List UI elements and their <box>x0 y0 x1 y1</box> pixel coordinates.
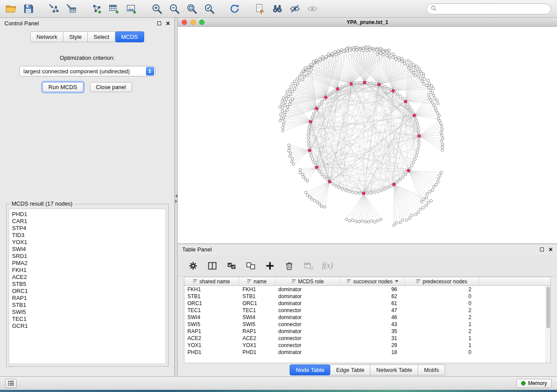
close-window-icon[interactable] <box>182 20 187 25</box>
mcds-result-item[interactable]: CAR1 <box>12 218 166 225</box>
search-network-icon[interactable] <box>271 2 285 15</box>
new-network-icon[interactable] <box>90 2 104 15</box>
table-row[interactable]: ORC1ORC1dominator610 <box>184 300 550 307</box>
select-all-icon[interactable] <box>226 260 238 272</box>
optimization-select[interactable]: largest connected component (undirected) <box>19 66 156 76</box>
mcds-result-item[interactable]: PMA2 <box>12 260 166 267</box>
mcds-result-item[interactable]: SWI5 <box>12 309 166 316</box>
table-row[interactable]: TEC1TEC1connector472 <box>184 307 550 314</box>
tab-select[interactable]: Select <box>88 31 115 42</box>
mcds-result-item[interactable]: PHD1 <box>12 211 166 218</box>
table-row[interactable]: RAP1RAP1dominator352 <box>184 328 550 335</box>
column-header-shared-name[interactable]: shared name <box>184 277 239 285</box>
mcds-result-item[interactable]: YOX1 <box>12 239 166 246</box>
table-scrollbar[interactable] <box>546 286 550 363</box>
column-header-predecessor-nodes[interactable]: predecessor nodes <box>405 277 479 285</box>
cell: RAP1 <box>239 328 275 334</box>
float-window-icon[interactable] <box>157 21 161 25</box>
minimize-window-icon[interactable] <box>190 20 196 25</box>
table-tab-edge-table[interactable]: Edge Table <box>330 364 370 375</box>
close-panel-button[interactable]: Close panel <box>90 82 132 92</box>
zoom-selected-icon[interactable] <box>203 2 217 15</box>
column-header-successor-nodes[interactable]: successor nodes <box>341 277 405 285</box>
export-image-icon[interactable] <box>125 2 139 15</box>
table-row[interactable]: YOX1YOX1connector291 <box>184 342 550 349</box>
cell: 47 <box>341 307 405 313</box>
cell: SWI4 <box>184 314 239 320</box>
scrollbar-thumb[interactable] <box>547 287 550 328</box>
delete-rows-icon[interactable] <box>284 260 295 272</box>
import-network-icon[interactable] <box>47 2 61 15</box>
cell: ORC1 <box>239 300 275 306</box>
add-row-icon[interactable] <box>264 260 276 272</box>
network-canvas[interactable] <box>178 27 557 244</box>
network-window-titlebar[interactable]: YPA_prune.txt_1 <box>178 18 557 27</box>
cell: PHD1 <box>239 349 275 355</box>
cell: SWI5 <box>239 321 275 327</box>
save-session-icon[interactable] <box>22 2 36 15</box>
close-table-panel-icon[interactable]: × <box>549 248 553 252</box>
run-mcds-button[interactable]: Run MCDS <box>42 82 83 92</box>
mcds-result-item[interactable]: FKH1 <box>12 267 166 274</box>
status-menu-icon[interactable] <box>5 379 17 388</box>
column-type-icon <box>347 279 351 283</box>
mcds-result-item[interactable]: STB1 <box>12 302 166 309</box>
memory-button[interactable]: Memory <box>516 379 552 388</box>
table-row[interactable]: PHD1PHD1dominator180 <box>184 349 550 356</box>
mcds-result-item[interactable]: STB5 <box>12 281 166 288</box>
splitter-expand-icon[interactable] <box>175 199 177 203</box>
tab-style[interactable]: Style <box>63 31 88 42</box>
level-of-detail-icon[interactable] <box>288 2 302 15</box>
zoom-out-icon[interactable] <box>168 2 182 15</box>
column-settings-icon[interactable] <box>187 260 199 272</box>
cell: SWI5 <box>184 321 239 327</box>
search-input[interactable] <box>439 6 547 12</box>
split-view-icon[interactable] <box>207 260 218 272</box>
table-row[interactable]: SWI5SWI5connector431 <box>184 321 550 328</box>
search-field[interactable] <box>426 3 551 14</box>
cell: connector <box>275 307 341 313</box>
deselect-all-icon[interactable] <box>245 260 257 272</box>
mcds-result-list[interactable]: PHD1CAR1STP4TID3YOX1SWI4SRD1PMA2FKH1ACE2… <box>9 209 166 364</box>
table-row[interactable]: ACE2ACE2connector311 <box>184 335 550 342</box>
cell: FKH1 <box>239 286 275 292</box>
cell: STB1 <box>239 293 275 299</box>
close-panel-icon[interactable]: × <box>166 21 170 26</box>
table-row[interactable]: FKH1FKH1dominator962 <box>184 286 550 293</box>
zoom-in-icon[interactable] <box>150 2 164 15</box>
maximize-window-icon[interactable] <box>199 20 204 25</box>
tab-network[interactable]: Network <box>30 31 63 42</box>
new-table-icon[interactable] <box>107 2 121 15</box>
table-tab-node-table[interactable]: Node Table <box>290 364 331 375</box>
mcds-result-group: MCDS result (17 nodes) PHD1CAR1STP4TID3Y… <box>6 204 169 367</box>
window-controls <box>182 20 204 25</box>
splitter-collapse-icon[interactable] <box>175 194 177 198</box>
cell: 0 <box>405 293 479 299</box>
mcds-result-item[interactable]: STP4 <box>12 225 166 232</box>
mcds-result-item[interactable]: TEC1 <box>12 316 166 323</box>
table-tab-motifs[interactable]: Motifs <box>418 364 445 375</box>
table-row[interactable]: SWI4SWI4dominator462 <box>184 314 550 321</box>
mcds-result-item[interactable]: GCR1 <box>12 323 166 330</box>
mcds-result-item[interactable]: RAP1 <box>12 295 166 302</box>
table-tab-network-table[interactable]: Network Table <box>370 364 418 375</box>
table-row[interactable]: STB1STB1dominator620 <box>184 293 550 300</box>
mcds-result-item[interactable]: TID3 <box>12 232 166 239</box>
column-header-mcds-role[interactable]: MCDS role <box>275 277 341 285</box>
column-header-filler <box>479 277 550 285</box>
mcds-result-item[interactable]: SWI4 <box>12 246 166 253</box>
cell: 2 <box>405 307 479 313</box>
panel-splitter[interactable] <box>175 18 178 376</box>
copy-network-icon[interactable] <box>253 2 267 15</box>
column-header-name[interactable]: name <box>239 277 275 285</box>
zoom-fit-icon[interactable] <box>185 2 199 15</box>
refresh-view-icon[interactable] <box>228 2 242 15</box>
import-table-icon[interactable] <box>65 2 79 15</box>
tab-mcds[interactable]: MCDS <box>115 31 144 42</box>
mcds-result-item[interactable]: ACE2 <box>12 274 166 281</box>
cell: dominator <box>275 328 341 334</box>
mcds-result-item[interactable]: SRD1 <box>12 253 166 260</box>
open-file-icon[interactable] <box>4 2 18 15</box>
float-table-panel-icon[interactable] <box>540 248 544 251</box>
mcds-result-item[interactable]: ORC1 <box>12 288 166 295</box>
